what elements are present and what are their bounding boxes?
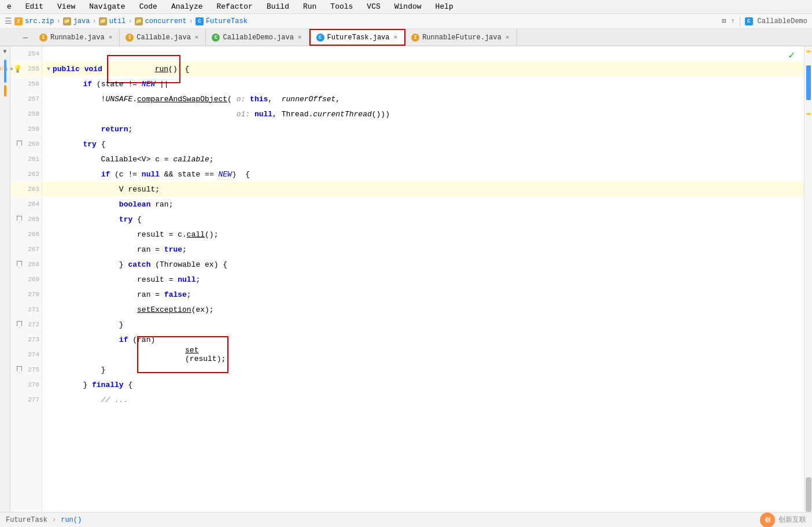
tab-runnable-label: Runnable.java — [50, 34, 105, 42]
param-o-257: o: — [237, 95, 246, 104]
breadcrumb-futuretask[interactable]: FutureTask — [206, 17, 248, 25]
scroll-marker-2 — [806, 65, 811, 100]
gutter-row-276: 276 — [10, 377, 42, 392]
menu-item-refactor[interactable]: Refactor — [215, 1, 255, 12]
tab-callabledemo-icon: C — [212, 34, 220, 42]
collapse-arrow[interactable]: ▼ — [3, 46, 6, 57]
scroll-marker-1 — [806, 50, 811, 53]
line-num-267: 267 — [23, 246, 39, 253]
line-num-270: 270 — [23, 291, 39, 298]
watermark-text: 创新互联 — [778, 515, 806, 525]
menu-item-vcs[interactable]: VCS — [364, 1, 382, 12]
method-set-274: set — [185, 346, 198, 355]
breadcrumb-concurrent[interactable]: concurrent — [145, 17, 187, 25]
kw-finally-276: finally — [92, 381, 124, 389]
tab-collapse-button[interactable]: — — [17, 29, 34, 46]
kw-void-255: void — [84, 65, 102, 73]
gutter-row-272: 272 — [10, 317, 42, 332]
code-area[interactable]: ▼ public void run() { if (state != NEW |… — [42, 46, 804, 512]
sidebar-toggle-icon[interactable]: ☰ — [5, 16, 12, 26]
scrollbar-thumb[interactable] — [806, 477, 811, 512]
line-num-274: 274 — [23, 351, 39, 358]
breakpoint-icon-255[interactable] — [0, 66, 1, 72]
gutter-row-260: 260 — [10, 137, 42, 152]
method-cas-257: compareAndSwapObject — [137, 95, 227, 104]
scroll-marker-3 — [806, 113, 811, 115]
bookmark-hollow-icon-265 — [17, 216, 22, 223]
tab-futuretask-label: FutureTask.java — [327, 34, 390, 42]
breadcrumb-util[interactable]: util — [109, 17, 126, 25]
line-num-266: 266 — [23, 231, 39, 238]
tab-runnable-close[interactable]: × — [108, 34, 114, 41]
breadcrumb-srczip[interactable]: src.zip — [25, 17, 54, 25]
bottom-class-label: FutureTask — [6, 516, 47, 524]
watermark-logo: 创 — [760, 513, 775, 528]
kw-this-257: this — [250, 95, 268, 104]
menu-item-e[interactable]: e — [5, 1, 14, 12]
tab-runnable[interactable]: I Runnable.java × — [34, 29, 120, 46]
checkmark-indicator: ✓ — [788, 49, 795, 61]
expand-icon[interactable]: ⊡ — [722, 17, 726, 25]
tab-callabledemo[interactable]: C CallableDemo.java × — [206, 29, 309, 46]
gutter-row-262: 262 — [10, 167, 42, 182]
navigate-back-icon[interactable]: ↑ — [730, 17, 735, 25]
tab-futuretask-close[interactable]: × — [393, 34, 399, 41]
bottom-method-label[interactable]: run() — [61, 516, 82, 524]
gutter-row-264: 264 — [10, 197, 42, 212]
gutter-row-271: 271 — [10, 302, 42, 317]
tab-callabledemo-close[interactable]: × — [297, 34, 303, 41]
tab-futuretask-icon: C — [316, 34, 324, 42]
menu-item-edit[interactable]: Edit — [23, 1, 46, 12]
tab-callable-label: Callable.java — [136, 34, 191, 42]
tab-runnablefuture-close[interactable]: × — [504, 34, 511, 41]
kw-public-255: public — [53, 65, 80, 73]
gutter-icons-272 — [17, 321, 22, 328]
menu-item-build[interactable]: Build — [264, 1, 291, 12]
kw-null-258: null — [254, 110, 272, 119]
line-num-264: 264 — [23, 201, 39, 208]
tab-futuretask[interactable]: C FutureTask.java × — [309, 29, 406, 46]
menu-item-window[interactable]: Window — [392, 1, 424, 12]
right-scroll-gutter[interactable] — [804, 46, 812, 512]
bookmark-hollow-icon-272 — [17, 321, 22, 328]
gutter-icons-260 — [17, 141, 22, 148]
code-line-266: result = c. call (); — [42, 227, 804, 242]
breadcrumb-bar: ☰ Z src.zip › 📁 java › 📁 util › 📁 concur… — [0, 14, 812, 29]
tab-callable[interactable]: I Callable.java × — [120, 29, 206, 46]
kw-new-256: NEW — [142, 80, 155, 89]
callabledemo-icon: C — [745, 17, 753, 25]
gutter-row-273: 273 — [10, 332, 42, 347]
line-num-272: 272 — [23, 321, 39, 328]
code-line-270: ran = false ; — [42, 287, 804, 302]
line-num-261: 261 — [23, 156, 39, 163]
tab-callable-close[interactable]: × — [194, 34, 200, 41]
menu-item-run[interactable]: Run — [301, 1, 319, 12]
folder-java-icon: 📁 — [63, 17, 71, 25]
gutter-icons-265 — [17, 216, 22, 223]
menu-item-tools[interactable]: Tools — [328, 1, 355, 12]
breadcrumb-right: ⊡ ↑ C CallableDemo — [722, 17, 807, 26]
zip-icon: Z — [14, 17, 23, 25]
tab-runnablefuture[interactable]: I RunnableFuture.java × — [405, 29, 516, 46]
menu-item-code[interactable]: Code — [137, 1, 160, 12]
method-call-266: call — [187, 230, 205, 239]
menu-item-view[interactable]: View — [55, 1, 77, 12]
bookmark-hollow-icon-268 — [17, 261, 22, 268]
tab-runnable-icon: I — [39, 34, 47, 42]
current-thread-258: currentThread — [313, 110, 371, 119]
gutter-row-268: 268 — [10, 257, 42, 272]
method-run-255: run — [155, 65, 168, 73]
menu-item-analyze[interactable]: Analyze — [169, 1, 205, 12]
line-num-259: 259 — [23, 126, 39, 132]
kw-return-259: return — [101, 125, 128, 134]
menu-item-help[interactable]: Help — [433, 1, 456, 12]
method-setexception-271: setException — [137, 305, 191, 314]
breadcrumb-java[interactable]: java — [73, 17, 90, 25]
line-num-258: 258 — [23, 110, 39, 117]
kw-true-267: true — [164, 245, 182, 254]
line-num-262: 262 — [23, 171, 39, 178]
code-line-262: if (c != null && state == NEW ) { — [42, 167, 804, 182]
small-indent-255 — [10, 68, 13, 70]
menu-item-navigate[interactable]: Navigate — [87, 1, 127, 12]
bulb-icon-255[interactable]: 💡 — [13, 65, 22, 73]
